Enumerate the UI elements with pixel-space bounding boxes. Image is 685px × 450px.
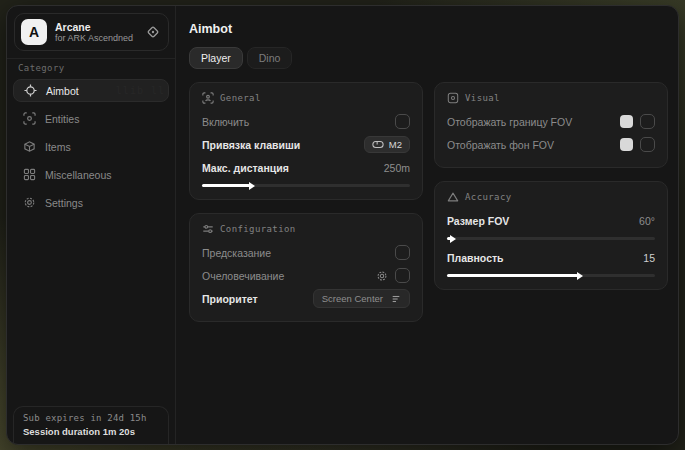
card-title: Configuration	[220, 224, 296, 234]
eye-icon	[447, 92, 459, 104]
setting-label: Привязка клавиши	[202, 139, 300, 151]
distance-value: 250m	[384, 162, 410, 174]
setting-label: Отображать границу FOV	[447, 116, 572, 128]
fov-size-slider[interactable]	[447, 237, 655, 240]
keybind-value: M2	[389, 139, 402, 150]
slider-thumb[interactable]	[450, 235, 456, 243]
setting-label: Плавность	[447, 252, 504, 264]
setting-row-humanize: Очеловечивание	[202, 265, 410, 286]
gear-icon	[23, 196, 36, 209]
card-general: General Включить Привязка клавиши M	[189, 82, 423, 200]
app-logo: A	[21, 19, 47, 45]
card-title: Visual	[465, 93, 500, 103]
setting-row-smoothness: Плавность 15	[447, 247, 655, 268]
sidebar-item-label: Aimbot	[46, 85, 79, 97]
sidebar-item-miscellaneous[interactable]: Miscellaneous	[13, 163, 169, 186]
logo-letter: A	[29, 24, 39, 40]
keybind-button[interactable]: M2	[364, 136, 410, 153]
app-subtitle: for ARK Ascendned	[55, 33, 138, 43]
card-title: Accuracy	[465, 192, 512, 202]
category-label: Category	[18, 63, 65, 73]
fov-bg-checkbox[interactable]	[640, 137, 655, 152]
app-title: Arcane	[55, 21, 138, 33]
smoothness-value: 15	[643, 252, 655, 264]
setting-row-fov-bg: Отображать фон FOV	[447, 134, 655, 155]
column-right: Visual Отображать границу FOV Отображать…	[434, 82, 668, 290]
focus-diamond-icon[interactable]	[146, 25, 160, 39]
setting-label: Размер FOV	[447, 215, 509, 227]
mouse-icon	[372, 140, 384, 149]
card-configuration: Configuration Предсказание Очеловечивани…	[189, 213, 423, 322]
setting-row-priority: Приоритет Screen Center	[202, 288, 410, 309]
humanize-checkbox[interactable]	[395, 268, 410, 283]
setting-label: Включить	[202, 116, 249, 128]
setting-row-fov-border: Отображать границу FOV	[447, 111, 655, 132]
sidebar-item-label: Miscellaneous	[45, 169, 112, 181]
setting-row-prediction: Предсказание	[202, 242, 410, 263]
sidebar-item-entities[interactable]: Entities	[13, 107, 169, 130]
setting-label: Макс. дистанция	[202, 162, 289, 174]
sidebar: A Arcane for ARK Ascendned Category	[7, 6, 176, 444]
tab-bar: Player Dino	[189, 47, 292, 69]
priority-value: Screen Center	[322, 293, 383, 304]
setting-label: Приоритет	[202, 293, 258, 305]
sidebar-item-items[interactable]: Items	[13, 135, 169, 158]
sidebar-item-label: Entities	[45, 113, 79, 125]
card-accuracy: Accuracy Размер FOV 60° Плавность 15	[434, 181, 668, 290]
person-focus-icon	[202, 92, 214, 104]
session-duration: Session duration 1m 20s	[23, 426, 159, 437]
slider-thumb[interactable]	[249, 182, 255, 190]
enable-checkbox[interactable]	[395, 114, 410, 129]
fov-border-color-swatch[interactable]	[620, 115, 633, 128]
setting-row-enable: Включить	[202, 111, 410, 132]
list-icon	[391, 294, 401, 304]
sidebar-item-label: Items	[45, 141, 71, 153]
column-left: General Включить Привязка клавиши M	[189, 82, 423, 322]
scan-icon	[23, 112, 36, 125]
setting-label: Очеловечивание	[202, 270, 284, 282]
main-panel: Aimbot Player Dino General Включить	[177, 6, 678, 444]
sidebar-item-aimbot[interactable]: Aimbot	[13, 79, 169, 102]
setting-label: Предсказание	[202, 247, 271, 259]
app-window: A Arcane for ARK Ascendned Category	[6, 5, 679, 445]
tab-player[interactable]: Player	[189, 47, 243, 69]
card-title: General	[220, 93, 261, 103]
priority-dropdown[interactable]: Screen Center	[313, 289, 410, 308]
setting-row-distance: Макс. дистанция 250m	[202, 157, 410, 178]
fov-border-checkbox[interactable]	[640, 114, 655, 129]
page-title: Aimbot	[189, 22, 232, 36]
gear-mini-icon[interactable]	[376, 270, 388, 282]
subscription-expiry: Sub expires in 24d 15h	[23, 413, 159, 423]
sidebar-footer: Sub expires in 24d 15h Session duration …	[13, 406, 169, 445]
sidebar-divider	[7, 58, 175, 59]
brand-card: A Arcane for ARK Ascendned	[14, 13, 169, 51]
sidebar-item-label: Settings	[45, 197, 83, 209]
sliders-icon	[202, 223, 214, 235]
smoothness-slider[interactable]	[447, 274, 655, 277]
desktop-background: { "brand": { "logo_letter": "A", "title"…	[0, 0, 685, 450]
distance-slider[interactable]	[202, 184, 410, 187]
tab-dino[interactable]: Dino	[247, 47, 293, 69]
triangle-delta-icon	[447, 191, 459, 203]
fov-size-value: 60°	[639, 215, 655, 227]
setting-label: Отображать фон FOV	[447, 139, 554, 151]
crosshair-icon	[24, 84, 37, 97]
setting-row-fov-size: Размер FOV 60°	[447, 210, 655, 231]
sidebar-menu: Aimbot Entities Items	[13, 79, 169, 214]
card-visual: Visual Отображать границу FOV Отображать…	[434, 82, 668, 168]
fov-bg-color-swatch[interactable]	[620, 138, 633, 151]
grid-icon	[23, 168, 36, 181]
prediction-checkbox[interactable]	[395, 245, 410, 260]
slider-thumb[interactable]	[577, 272, 583, 280]
setting-row-keybind: Привязка клавиши M2	[202, 134, 410, 155]
package-icon	[23, 140, 36, 153]
sidebar-item-settings[interactable]: Settings	[13, 191, 169, 214]
